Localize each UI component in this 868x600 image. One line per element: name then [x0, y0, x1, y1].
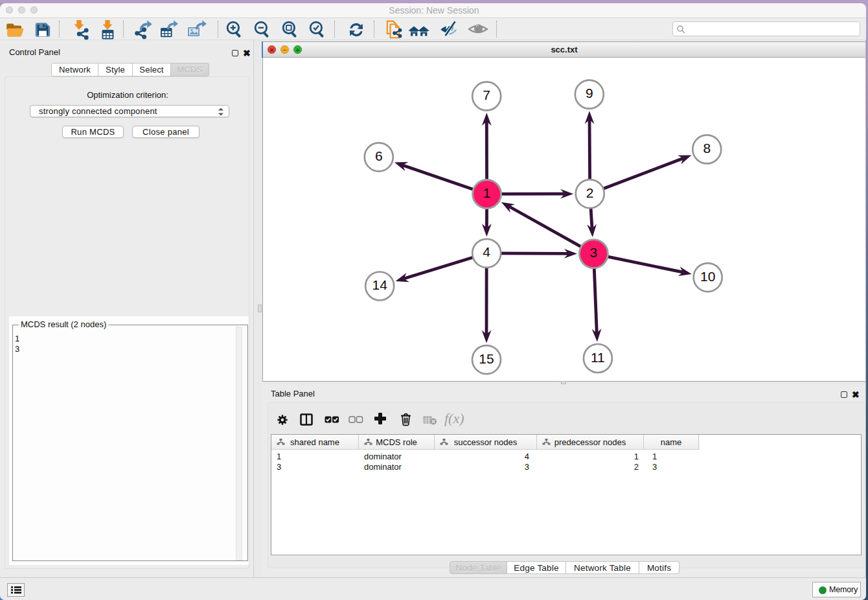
svg-text:3: 3	[590, 245, 598, 260]
svg-text:2: 2	[586, 185, 594, 200]
svg-text:10: 10	[700, 269, 715, 284]
svg-text:8: 8	[703, 141, 711, 156]
svg-text:4: 4	[483, 244, 490, 259]
svg-text:9: 9	[586, 86, 593, 100]
svg-text:1: 1	[483, 185, 491, 200]
svg-text:14: 14	[372, 277, 388, 292]
svg-text:11: 11	[591, 350, 605, 365]
svg-text:6: 6	[375, 148, 383, 163]
svg-text:15: 15	[479, 351, 494, 366]
svg-text:7: 7	[483, 87, 490, 102]
